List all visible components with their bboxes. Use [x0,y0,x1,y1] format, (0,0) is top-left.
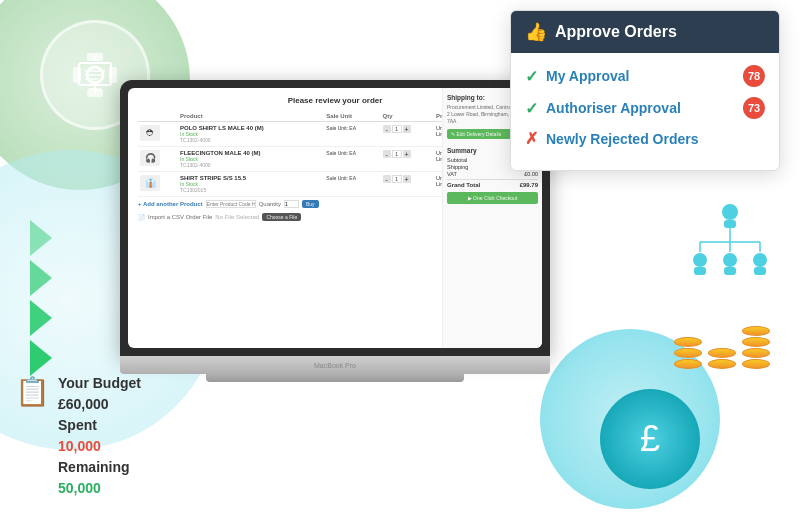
coin-stack-1 [674,337,702,369]
quantity-input[interactable] [284,200,299,208]
laptop-base [120,356,550,374]
my-approval-label: My Approval [546,68,735,84]
thumbs-up-icon: 👍 [525,21,547,43]
sale-unit-3: Sale Unit: EA [326,175,356,181]
budget-box: 📋 Your Budget £60,000 Spent 10,000 Remai… [15,373,141,499]
approve-item-my-approval[interactable]: ✓ My Approval 78 [525,65,765,87]
laptop-screen-outer: Please review your order Product Sale Un… [120,80,550,356]
authoriser-approval-label: Authoriser Approval [546,100,735,116]
coins-decoration [674,326,770,369]
summary-grand-total: Grand Total £99.79 [447,179,538,188]
qty-minus-1[interactable]: - [383,125,391,133]
budget-spent-value: 10,000 [58,436,141,457]
qty-plus-3[interactable]: + [403,175,411,183]
coin [708,359,736,369]
svg-rect-2 [87,89,103,97]
rejected-orders-label: Newly Rejected Orders [546,131,699,147]
shipping-fee-label: Shipping [447,164,468,170]
approve-orders-panel: 👍 Approve Orders ✓ My Approval 78 ✓ Auth… [510,10,780,171]
vat-label: VAT [447,171,457,177]
arrow-4 [30,340,52,376]
qty-minus-3[interactable]: - [383,175,391,183]
svg-point-23 [753,253,767,267]
vat-value: £0.00 [524,171,538,177]
qty-value-1: 1 [392,125,402,133]
budget-icon: 📋 [15,375,50,408]
budget-amount: £60,000 [58,394,141,415]
budget-remaining-value: 50,000 [58,478,141,499]
subtotal-label: Subtotal [447,157,467,163]
qty-controls-2[interactable]: - 1 + [383,150,432,158]
budget-remaining-label: Remaining [58,457,141,478]
coin [742,337,770,347]
product-img-3: 👔 [140,175,160,191]
choose-file-button[interactable]: Choose a File [262,213,301,221]
svg-point-12 [722,204,738,220]
screen-content: Please review your order Product Sale Un… [128,88,542,348]
budget-text: Your Budget £60,000 Spent 10,000 Remaini… [58,373,141,499]
add-product-label[interactable]: + Add another Product [138,201,203,207]
laptop-stand [206,374,464,382]
arrow-2 [30,260,52,296]
check-icon-2: ✓ [525,99,538,118]
summary-vat: VAT £0.00 [447,171,538,177]
coin [742,326,770,336]
coin-stack-3 [742,326,770,369]
approve-panel-body: ✓ My Approval 78 ✓ Authoriser Approval 7… [511,53,779,170]
x-icon: ✗ [525,129,538,148]
check-icon-1: ✓ [525,67,538,86]
arrows-decoration [30,220,52,378]
qty-controls-1[interactable]: - 1 + [383,125,432,133]
csv-icon: 📄 [138,214,145,221]
svg-rect-1 [87,53,103,61]
approve-panel-title: Approve Orders [555,23,677,41]
coin [674,337,702,347]
col-name: Product [178,111,324,122]
grand-total-value: £99.79 [520,182,538,188]
calculator-circle: £ [600,389,700,489]
qty-plus-1[interactable]: + [403,125,411,133]
no-file-label: No File Selected [215,214,259,220]
laptop-screen-inner: Please review your order Product Sale Un… [128,88,542,348]
buy-button[interactable]: Buy [302,200,319,208]
svg-rect-13 [724,220,736,228]
qty-minus-2[interactable]: - [383,150,391,158]
svg-rect-18 [694,267,706,275]
org-chart-icon [680,200,780,300]
laptop: Please review your order Product Sale Un… [120,80,550,382]
coin [708,348,736,358]
qty-controls-3[interactable]: - 1 + [383,175,432,183]
product-code-input[interactable] [206,200,256,208]
approve-item-rejected[interactable]: ✗ Newly Rejected Orders [525,129,765,148]
sale-unit-1: Sale Unit: EA [326,125,356,131]
arrow-3 [30,300,52,336]
product-code-1: TC1302-4000 [180,137,322,143]
coin [674,348,702,358]
col-img [138,111,178,122]
sale-unit-2: Sale Unit: EA [326,150,356,156]
product-img-2: 🎧 [140,150,160,166]
gear-icon [65,45,125,105]
product-img-1: ⛑ [140,125,160,141]
svg-point-17 [693,253,707,267]
checkout-button[interactable]: ▶ One Click Checkout [447,192,538,204]
budget-title: Your Budget [58,373,141,394]
csv-label: Import a CSV Order File [148,214,212,220]
qty-value-2: 1 [392,150,402,158]
svg-rect-21 [724,267,736,275]
grand-total-label: Grand Total [447,182,480,188]
col-qty: Qty [381,111,434,122]
qty-value-3: 1 [392,175,402,183]
product-code-2: TC1302-4000 [180,162,322,168]
org-chart [680,200,780,300]
approve-item-authoriser[interactable]: ✓ Authoriser Approval 73 [525,97,765,119]
coin-stack-2 [708,348,736,369]
col-sale: Sale Unit [324,111,380,122]
coin [674,359,702,369]
coin [742,348,770,358]
pound-icon: £ [640,418,660,460]
svg-rect-24 [754,267,766,275]
budget-spent-label: Spent [58,415,141,436]
approve-panel-header: 👍 Approve Orders [511,11,779,53]
qty-plus-2[interactable]: + [403,150,411,158]
